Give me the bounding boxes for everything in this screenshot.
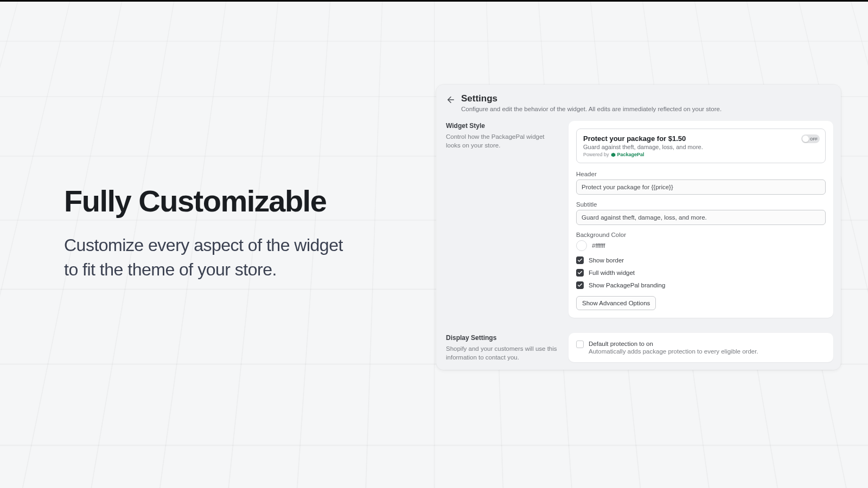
display-settings-label: Display Settings — [446, 334, 558, 342]
toggle-knob — [802, 136, 809, 142]
widget-style-desc: Control how the PackagePal widget looks … — [446, 132, 558, 150]
header-field-label: Header — [576, 171, 826, 177]
bgcolor-field-label: Background Color — [576, 232, 826, 238]
back-arrow-icon[interactable] — [446, 95, 456, 105]
color-hex-value: #ffffff — [592, 242, 605, 249]
show-border-checkbox[interactable] — [576, 256, 584, 264]
brand-name: PackagePal — [617, 152, 644, 157]
advanced-options-button[interactable]: Show Advanced Options — [576, 296, 656, 310]
display-settings-desc: Shopify and your customers will use this… — [446, 344, 558, 362]
full-width-label: Full width widget — [589, 269, 635, 276]
header-input[interactable] — [576, 179, 826, 195]
default-protection-checkbox[interactable] — [576, 341, 584, 348]
default-protection-desc: Automatically adds package protection to… — [589, 348, 758, 355]
hero-title: Fully Customizable — [64, 184, 357, 218]
preview-title: Protect your package for $1.50 — [583, 134, 819, 143]
show-branding-label: Show PackagePal branding — [589, 282, 665, 288]
hero-subtitle: Customize every aspect of the widget to … — [64, 233, 357, 282]
packagepal-logo-icon — [611, 152, 616, 157]
subtitle-field-label: Subtitle — [576, 201, 826, 208]
settings-panel: Settings Configure and edit the behavior… — [436, 85, 841, 370]
preview-subtitle: Guard against theft, damage, loss, and m… — [583, 144, 819, 150]
widget-style-card: Protect your package for $1.50 Guard aga… — [569, 121, 833, 318]
widget-style-label: Widget Style — [446, 122, 558, 130]
subtitle-input[interactable] — [576, 210, 826, 225]
protection-toggle[interactable]: OFF — [801, 134, 820, 143]
default-protection-label: Default protection to on — [589, 341, 758, 347]
show-branding-checkbox[interactable] — [576, 281, 584, 289]
widget-preview: Protect your package for $1.50 Guard aga… — [576, 129, 826, 163]
panel-title: Settings — [461, 93, 722, 104]
toggle-state: OFF — [810, 137, 818, 141]
powered-by-text: Powered by — [583, 152, 609, 157]
color-swatch[interactable] — [576, 240, 587, 251]
display-settings-card: Default protection to on Automatically a… — [569, 333, 833, 362]
show-border-label: Show border — [589, 257, 624, 264]
full-width-checkbox[interactable] — [576, 269, 584, 277]
panel-subtitle: Configure and edit the behavior of the w… — [461, 106, 722, 112]
